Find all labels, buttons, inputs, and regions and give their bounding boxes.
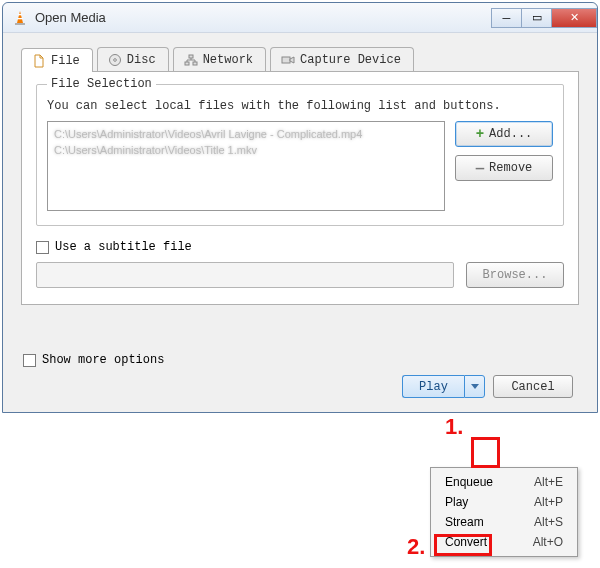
menu-item-stream[interactable]: Stream Alt+S <box>431 512 577 532</box>
svg-marker-0 <box>17 11 23 23</box>
minimize-button[interactable]: ─ <box>491 8 521 28</box>
list-item[interactable]: C:\Users\Administrator\Videos\Title 1.mk… <box>54 142 438 158</box>
menu-item-enqueue[interactable]: Enqueue Alt+E <box>431 472 577 492</box>
tab-panel-file: File Selection You can select local file… <box>21 72 579 305</box>
svg-point-5 <box>114 59 117 62</box>
tab-capture-label: Capture Device <box>300 53 401 67</box>
tab-disc-label: Disc <box>127 53 156 67</box>
file-list[interactable]: C:\Users\Administrator\Videos\Avril Lavi… <box>47 121 445 211</box>
file-icon <box>32 54 46 68</box>
show-more-checkbox[interactable] <box>23 354 36 367</box>
file-selection-legend: File Selection <box>47 77 156 91</box>
subtitle-path-field[interactable] <box>36 262 454 288</box>
add-button-label: Add... <box>489 127 532 141</box>
plus-icon: + <box>476 127 484 141</box>
tab-network[interactable]: Network <box>173 47 266 71</box>
remove-button-label: Remove <box>489 161 532 175</box>
menu-shortcut: Alt+P <box>534 495 563 509</box>
menu-label: Stream <box>445 515 484 529</box>
play-dropdown-button[interactable] <box>464 375 485 398</box>
svg-rect-6 <box>185 62 189 65</box>
annotation-box-convert <box>434 534 492 556</box>
svg-rect-7 <box>193 62 197 65</box>
menu-shortcut: Alt+S <box>534 515 563 529</box>
menu-shortcut: Alt+E <box>534 475 563 489</box>
callout-one: 1. <box>445 414 463 440</box>
play-button-label: Play <box>419 380 448 394</box>
svg-rect-8 <box>189 55 193 58</box>
play-split-button[interactable]: Play <box>402 375 485 398</box>
tab-capture[interactable]: Capture Device <box>270 47 414 71</box>
vlc-logo-icon <box>11 9 29 27</box>
menu-label: Play <box>445 495 468 509</box>
menu-shortcut: Alt+O <box>533 535 563 549</box>
capture-icon <box>281 53 295 67</box>
browse-button[interactable]: Browse... <box>466 262 564 288</box>
svg-rect-2 <box>18 18 23 19</box>
add-button[interactable]: + Add... <box>455 121 553 147</box>
window-title: Open Media <box>35 10 106 25</box>
open-media-dialog: Open Media ─ ▭ ✕ File Disc Network Captu… <box>2 2 598 413</box>
menu-label: Enqueue <box>445 475 493 489</box>
media-tabs: File Disc Network Capture Device <box>21 47 579 72</box>
svg-rect-9 <box>282 57 290 63</box>
callout-two: 2. <box>407 534 425 560</box>
svg-rect-1 <box>18 14 22 15</box>
list-item[interactable]: C:\Users\Administrator\Videos\Avril Lavi… <box>54 126 438 142</box>
svg-rect-3 <box>15 23 25 25</box>
close-button[interactable]: ✕ <box>551 8 597 28</box>
subtitle-checkbox[interactable] <box>36 241 49 254</box>
menu-item-play[interactable]: Play Alt+P <box>431 492 577 512</box>
file-selection-hint: You can select local files with the foll… <box>47 99 553 113</box>
cancel-button-label: Cancel <box>511 380 554 394</box>
chevron-down-icon <box>471 384 479 389</box>
disc-icon <box>108 53 122 67</box>
show-more-label: Show more options <box>42 353 164 367</box>
tab-disc[interactable]: Disc <box>97 47 169 71</box>
tab-file-label: File <box>51 54 80 68</box>
subtitle-checkbox-label: Use a subtitle file <box>55 240 192 254</box>
play-button[interactable]: Play <box>402 375 464 398</box>
maximize-button[interactable]: ▭ <box>521 8 551 28</box>
network-icon <box>184 53 198 67</box>
tab-file[interactable]: File <box>21 48 93 72</box>
annotation-box-dropdown <box>471 437 500 468</box>
remove-button[interactable]: — Remove <box>455 155 553 181</box>
file-selection-group: File Selection You can select local file… <box>36 84 564 226</box>
tab-network-label: Network <box>203 53 253 67</box>
cancel-button[interactable]: Cancel <box>493 375 573 398</box>
minus-icon: — <box>476 163 484 173</box>
titlebar[interactable]: Open Media ─ ▭ ✕ <box>3 3 597 33</box>
browse-button-label: Browse... <box>483 268 548 282</box>
